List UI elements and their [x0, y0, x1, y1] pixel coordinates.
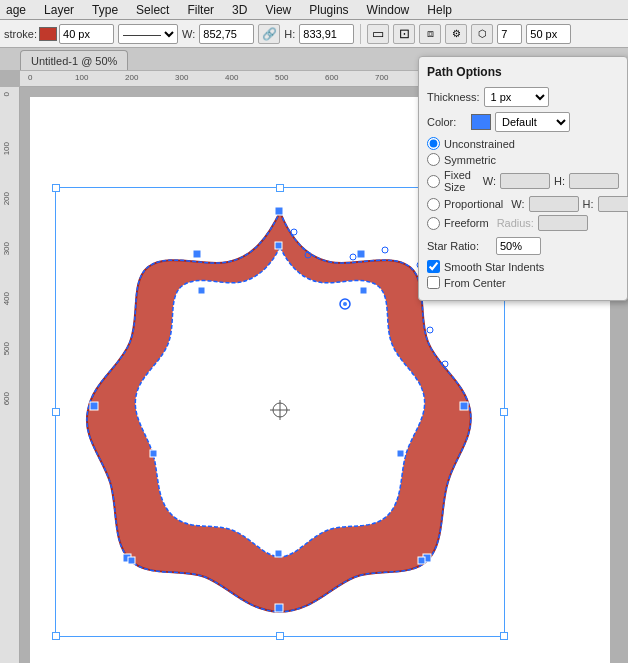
path-options-title: Path Options	[427, 65, 619, 79]
thickness-label: Thickness:	[427, 91, 480, 103]
stroke-width-input[interactable]	[59, 24, 114, 44]
prop-h-input[interactable]	[598, 196, 628, 212]
fixed-size-radio[interactable]	[427, 175, 440, 188]
radio-unconstrained[interactable]: Unconstrained	[427, 137, 619, 150]
ruler-h-mark-500: 500	[275, 73, 288, 82]
ruler-v-mark-500: 500	[2, 342, 11, 355]
menu-plugins[interactable]: Plugins	[307, 3, 350, 17]
ruler-h-mark-600: 600	[325, 73, 338, 82]
thickness-row: Thickness: 1 px 2 px 3 px	[427, 87, 619, 107]
radius-label: Radius:	[497, 217, 534, 229]
smooth-star-row[interactable]: Smooth Star Indents	[427, 260, 619, 273]
menu-type[interactable]: Type	[90, 3, 120, 17]
fixed-w-label: W:	[483, 175, 496, 187]
menu-filter[interactable]: Filter	[185, 3, 216, 17]
ruler-vertical: 0 100 200 300 400 500 600	[0, 87, 20, 663]
prop-w-label: W:	[511, 198, 524, 210]
height-input[interactable]	[299, 24, 354, 44]
toolbar: stroke: ————— W: 🔗 H: ▭ ⊡ ⧈ ⚙ ⬡	[0, 20, 628, 48]
polygon-count-input[interactable]	[497, 24, 522, 44]
color-label: Color:	[427, 116, 467, 128]
radio-symmetric[interactable]: Symmetric	[427, 153, 619, 166]
toolbar-separator-1	[360, 24, 361, 44]
freeform-radio[interactable]	[427, 217, 440, 230]
unconstrained-label: Unconstrained	[444, 138, 515, 150]
document-tab[interactable]: Untitled-1 @ 50%	[20, 50, 128, 70]
stroke-style-select[interactable]: —————	[118, 24, 178, 44]
corner-radius-input[interactable]	[526, 24, 571, 44]
from-center-checkbox[interactable]	[427, 276, 440, 289]
tab-title: Untitled-1 @ 50%	[31, 55, 117, 67]
settings-btn[interactable]: ⚙	[445, 24, 467, 44]
ruler-v-mark-400: 400	[2, 292, 11, 305]
thickness-select[interactable]: 1 px 2 px 3 px	[484, 87, 549, 107]
menu-view[interactable]: View	[263, 3, 293, 17]
ruler-v-mark-300: 300	[2, 242, 11, 255]
proportional-radio[interactable]	[427, 198, 440, 211]
menu-image[interactable]: age	[4, 3, 28, 17]
fixed-w-input[interactable]	[500, 173, 550, 189]
ruler-h-mark-300: 300	[175, 73, 188, 82]
link-dimensions-btn[interactable]: 🔗	[258, 24, 280, 44]
radius-input[interactable]	[538, 215, 588, 231]
symmetric-radio[interactable]	[427, 153, 440, 166]
stroke-color-swatch[interactable]	[39, 27, 57, 41]
ruler-v-mark-600: 600	[2, 392, 11, 405]
prop-h-label: H:	[583, 198, 594, 210]
path-options-panel: Path Options Thickness: 1 px 2 px 3 px C…	[418, 56, 628, 301]
menu-3d[interactable]: 3D	[230, 3, 249, 17]
proportional-label: Proportional	[444, 198, 503, 210]
radio-fixed-size[interactable]: Fixed Size W: H:	[427, 169, 619, 193]
ruler-h-mark-100: 100	[75, 73, 88, 82]
gear-icon: ⚙	[452, 28, 461, 39]
align-left-btn[interactable]: ▭	[367, 24, 389, 44]
menu-bar: age Layer Type Select Filter 3D View Plu…	[0, 0, 628, 20]
path-ops-btn[interactable]: ⧈	[419, 24, 441, 44]
star-ratio-label: Star Ratio:	[427, 240, 492, 252]
menu-layer[interactable]: Layer	[42, 3, 76, 17]
ruler-h-mark-700: 700	[375, 73, 388, 82]
star-ratio-row: Star Ratio:	[427, 237, 619, 255]
unconstrained-radio[interactable]	[427, 137, 440, 150]
menu-help[interactable]: Help	[425, 3, 454, 17]
smooth-star-label: Smooth Star Indents	[444, 261, 544, 273]
constraint-radio-group: Unconstrained Symmetric Fixed Size W: H:…	[427, 137, 619, 231]
color-select[interactable]: Default	[495, 112, 570, 132]
stroke-box: stroke:	[4, 24, 114, 44]
symmetric-label: Symmetric	[444, 154, 496, 166]
radio-proportional[interactable]: Proportional W: H:	[427, 196, 619, 212]
from-center-label: From Center	[444, 277, 506, 289]
prop-w-input[interactable]	[529, 196, 579, 212]
from-center-row[interactable]: From Center	[427, 276, 619, 289]
smooth-star-checkbox[interactable]	[427, 260, 440, 273]
menu-select[interactable]: Select	[134, 3, 171, 17]
height-label: H:	[284, 28, 295, 40]
ruler-v-mark-0: 0	[2, 92, 11, 96]
ruler-h-mark-200: 200	[125, 73, 138, 82]
ruler-v-mark-100: 100	[2, 142, 11, 155]
color-row: Color: Default	[427, 112, 619, 132]
freeform-label: Freeform	[444, 217, 489, 229]
polygon-icon-btn[interactable]: ⬡	[471, 24, 493, 44]
ruler-v-mark-200: 200	[2, 192, 11, 205]
fixed-h-input[interactable]	[569, 173, 619, 189]
fixed-size-label: Fixed Size	[444, 169, 475, 193]
stroke-label: stroke:	[4, 28, 37, 40]
fixed-h-label: H:	[554, 175, 565, 187]
width-input[interactable]	[199, 24, 254, 44]
align-center-btn[interactable]: ⊡	[393, 24, 415, 44]
ruler-h-mark-400: 400	[225, 73, 238, 82]
menu-window[interactable]: Window	[365, 3, 412, 17]
color-swatch[interactable]	[471, 114, 491, 130]
width-label: W:	[182, 28, 195, 40]
radio-freeform[interactable]: Freeform Radius:	[427, 215, 619, 231]
ruler-h-mark-0: 0	[28, 73, 32, 82]
star-ratio-input[interactable]	[496, 237, 541, 255]
